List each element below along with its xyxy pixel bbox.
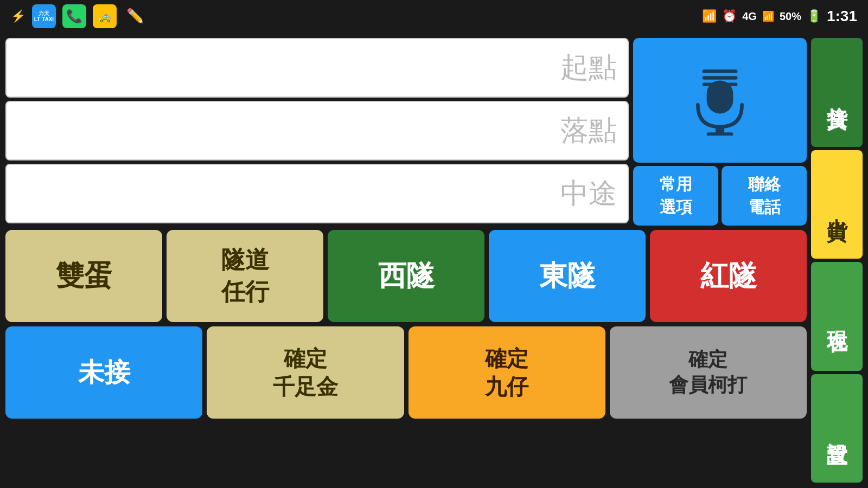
right-sidebar: 接貨 出貨 現在 設置 [811,38,863,483]
missed-button[interactable]: 未接 [5,326,202,419]
signal-icon: 📶 [762,10,774,22]
4g-label: 4G [742,10,757,23]
common-options-button[interactable]: 常用 選項 [633,166,718,226]
svg-rect-5 [707,132,733,136]
svg-rect-1 [703,76,738,80]
taxi-app-icon[interactable]: 🚕 [93,4,117,28]
tunnel-any-button[interactable]: 隧道任行 [167,230,323,322]
confirm-thousand-button[interactable]: 確定千足金 [207,326,404,419]
action-row: 雙蛋 隧道任行 西隧 東隧 紅隧 [5,230,807,322]
origin-placeholder: 起點 [560,49,617,87]
pen-icon[interactable]: ✏️ [123,4,147,28]
bottom-row: 未接 確定千足金 確定九仔 確定會員柯打 [5,326,807,419]
destination-input[interactable]: 落點 [5,101,629,160]
input-area: 起點 落點 中途 [5,38,807,226]
confirm-member-button[interactable]: 確定會員柯打 [610,326,807,419]
status-right: 📶 ⏰ 4G 📶 50% 🔋 1:31 [702,8,857,25]
double-egg-button[interactable]: 雙蛋 [5,230,162,322]
east-tunnel-button[interactable]: 東隧 [489,230,646,322]
origin-input[interactable]: 起點 [5,38,629,98]
status-left: ⚡ 力天LT TAXI 📞 🚕 ✏️ [11,4,147,28]
waypoint-placeholder: 中途 [560,175,617,213]
input-fields: 起點 落點 中途 [5,38,629,226]
small-buttons: 常用 選項 聯絡 電話 [633,166,807,226]
battery-label: 50% [780,10,801,23]
whatsapp-icon[interactable]: 📞 [62,4,86,28]
input-right-panel: 常用 選項 聯絡 電話 [633,38,807,226]
receive-goods-button[interactable]: 接貨 [811,38,863,147]
svg-rect-0 [703,69,738,73]
now-button[interactable]: 現在 [811,262,863,371]
red-tunnel-button[interactable]: 紅隧 [650,230,807,322]
waypoint-input[interactable]: 中途 [5,164,629,223]
svg-rect-3 [707,80,733,113]
west-tunnel-button[interactable]: 西隧 [328,230,484,322]
battery-icon: 🔋 [807,9,821,23]
destination-placeholder: 落點 [560,112,617,150]
lttaxi-app-icon[interactable]: 力天LT TAXI [32,4,56,28]
mic-button[interactable] [633,38,807,163]
main-content: 起點 落點 中途 [0,33,868,488]
time-display: 1:31 [827,8,857,25]
status-bar: ⚡ 力天LT TAXI 📞 🚕 ✏️ 📶 ⏰ 4G 📶 50% 🔋 1:31 [0,0,868,33]
usb-icon: ⚡ [11,9,25,23]
confirm-nine-button[interactable]: 確定九仔 [409,326,605,419]
deliver-goods-button[interactable]: 出貨 [811,150,863,259]
contact-phone-button[interactable]: 聯絡 電話 [722,166,807,226]
svg-rect-4 [716,127,724,133]
center-area: 起點 落點 中途 [5,38,807,483]
settings-button[interactable]: 設置 [811,374,863,483]
bluetooth-icon: 📶 [702,9,717,23]
mic-icon [685,65,755,136]
alarm-icon: ⏰ [722,9,737,23]
